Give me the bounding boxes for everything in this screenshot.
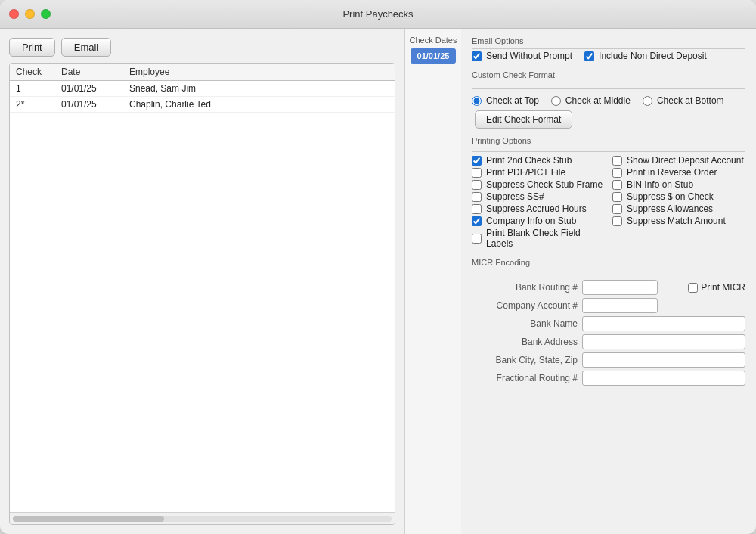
suppress-check-stub-frame-checkbox[interactable] xyxy=(472,180,482,190)
bank-city-state-zip-input[interactable] xyxy=(582,352,745,368)
printing-options-section: Printing Options Print 2nd Check Stub Pr… xyxy=(472,136,745,250)
company-account-label: Company Account # xyxy=(472,300,578,311)
company-info-on-stub-row: Company Info on Stub xyxy=(472,216,605,226)
suppress-allowances-label[interactable]: Suppress Allowances xyxy=(627,203,713,214)
suppress-check-stub-frame-label[interactable]: Suppress Check Stub Frame xyxy=(486,179,603,190)
company-info-on-stub-checkbox[interactable] xyxy=(472,216,482,226)
suppress-accrued-hours-label[interactable]: Suppress Accrued Hours xyxy=(486,203,587,214)
print-2nd-check-stub-checkbox[interactable] xyxy=(472,156,482,166)
custom-check-format-section: Custom Check Format Check at Top Check a… xyxy=(472,70,745,129)
include-non-direct-deposit-row: Include Non Direct Deposit xyxy=(584,51,707,61)
window-controls xyxy=(9,9,51,19)
suppress-dollar-on-check-label[interactable]: Suppress $ on Check xyxy=(627,191,714,202)
show-direct-deposit-checkbox[interactable] xyxy=(612,156,622,166)
check-at-top-row: Check at Top xyxy=(472,95,539,106)
fractional-routing-input[interactable] xyxy=(582,371,745,386)
bin-info-on-stub-checkbox[interactable] xyxy=(612,180,622,190)
print-pdf-row: Print PDF/PICT File xyxy=(472,167,605,178)
company-info-on-stub-label[interactable]: Company Info on Stub xyxy=(486,216,576,226)
check-at-top-label[interactable]: Check at Top xyxy=(486,95,539,106)
check-at-top-radio[interactable] xyxy=(472,96,482,106)
send-without-prompt-label[interactable]: Send Without Prompt xyxy=(486,51,572,61)
scrollbar-thumb[interactable] xyxy=(13,516,164,522)
suppress-ss-checkbox[interactable] xyxy=(472,192,482,202)
table-header: Check Date Employee xyxy=(10,64,395,81)
maximize-button[interactable] xyxy=(41,9,51,19)
content-area: Print Email Check Date Employee 1 01/01/… xyxy=(0,29,756,534)
micr-fractional-routing-row: Fractional Routing # xyxy=(472,371,745,386)
close-button[interactable] xyxy=(9,9,19,19)
print-button[interactable]: Print xyxy=(9,38,55,57)
check-at-bottom-label[interactable]: Check at Bottom xyxy=(657,95,724,106)
check-at-bottom-row: Check at Bottom xyxy=(643,95,724,106)
print-reverse-order-label[interactable]: Print in Reverse Order xyxy=(627,167,717,178)
toolbar: Print Email xyxy=(9,38,395,57)
bin-info-on-stub-label[interactable]: BIN Info on Stub xyxy=(627,179,693,190)
suppress-match-amount-row: Suppress Match Amount xyxy=(612,216,745,226)
print-pdf-checkbox[interactable] xyxy=(472,168,482,178)
suppress-dollar-on-check-row: Suppress $ on Check xyxy=(612,191,745,202)
printing-options-grid: Print 2nd Check Stub Print PDF/PICT File… xyxy=(472,155,745,250)
micr-bank-address-row: Bank Address xyxy=(472,334,745,349)
show-direct-deposit-label[interactable]: Show Direct Deposit Account xyxy=(627,155,744,166)
micr-bank-name-row: Bank Name xyxy=(472,316,745,331)
suppress-dollar-on-check-checkbox[interactable] xyxy=(612,192,622,202)
divider xyxy=(472,48,745,49)
printing-left-col: Print 2nd Check Stub Print PDF/PICT File… xyxy=(472,155,605,250)
print-micr-label[interactable]: Print MICR xyxy=(701,282,745,293)
print-micr-row: Print MICR xyxy=(688,282,745,293)
include-non-direct-deposit-label[interactable]: Include Non Direct Deposit xyxy=(599,51,707,61)
check-at-bottom-radio[interactable] xyxy=(643,96,652,106)
edit-check-format-button[interactable]: Edit Check Format xyxy=(475,110,572,129)
cell-check: 1 xyxy=(16,83,61,94)
cell-date: 01/01/25 xyxy=(61,83,129,94)
email-button[interactable]: Email xyxy=(61,38,112,57)
left-panel: Print Email Check Date Employee 1 01/01/… xyxy=(0,29,404,534)
email-options-label: Email Options xyxy=(472,36,745,45)
check-dates-panel: Check Dates 01/01/25 xyxy=(404,29,461,534)
send-without-prompt-row: Send Without Prompt xyxy=(472,51,572,61)
radio-group: Check at Top Check at Middle Check at Bo… xyxy=(472,95,745,106)
suppress-allowances-row: Suppress Allowances xyxy=(612,203,745,214)
options-panel: Email Options Send Without Prompt Includ… xyxy=(461,29,756,534)
suppress-allowances-checkbox[interactable] xyxy=(612,204,622,214)
print-pdf-label[interactable]: Print PDF/PICT File xyxy=(486,167,565,178)
check-date-item[interactable]: 01/01/25 xyxy=(411,48,456,64)
bank-routing-input[interactable] xyxy=(582,280,658,295)
table-row[interactable]: 2* 01/01/25 Chaplin, Charlie Ted xyxy=(10,97,395,113)
bank-name-label: Bank Name xyxy=(472,318,578,329)
print-2nd-check-stub-label[interactable]: Print 2nd Check Stub xyxy=(486,155,572,166)
check-at-middle-label[interactable]: Check at Middle xyxy=(565,95,631,106)
suppress-accrued-hours-row: Suppress Accrued Hours xyxy=(472,203,605,214)
company-account-input[interactable] xyxy=(582,298,658,313)
suppress-match-amount-checkbox[interactable] xyxy=(612,216,622,226)
suppress-ss-label[interactable]: Suppress SS# xyxy=(486,191,544,202)
fractional-routing-label: Fractional Routing # xyxy=(472,373,578,383)
divider xyxy=(472,275,745,275)
suppress-accrued-hours-checkbox[interactable] xyxy=(472,204,482,214)
col-employee: Employee xyxy=(129,67,389,77)
print-blank-check-labels-row: Print Blank Check Field Labels xyxy=(472,228,605,249)
cell-check: 2* xyxy=(16,99,61,110)
table-row[interactable]: 1 01/01/25 Snead, Sam Jim xyxy=(10,81,395,97)
check-at-middle-radio[interactable] xyxy=(551,96,561,106)
print-micr-checkbox[interactable] xyxy=(688,283,698,293)
bank-name-input[interactable] xyxy=(582,316,745,331)
titlebar: Print Paychecks xyxy=(0,0,756,29)
minimize-button[interactable] xyxy=(25,9,35,19)
print-2nd-check-stub-row: Print 2nd Check Stub xyxy=(472,155,605,166)
print-blank-check-labels-checkbox[interactable] xyxy=(472,234,482,244)
send-without-prompt-checkbox[interactable] xyxy=(472,51,482,61)
print-reverse-order-checkbox[interactable] xyxy=(612,168,622,178)
email-options-row: Send Without Prompt Include Non Direct D… xyxy=(472,51,745,63)
micr-bank-routing-row: Bank Routing # Print MICR xyxy=(472,280,745,295)
custom-check-format-label: Custom Check Format xyxy=(472,70,745,79)
email-options-section: Email Options Send Without Prompt Includ… xyxy=(472,36,745,63)
suppress-check-stub-frame-row: Suppress Check Stub Frame xyxy=(472,179,605,190)
print-blank-check-labels-label[interactable]: Print Blank Check Field Labels xyxy=(486,228,605,249)
suppress-match-amount-label[interactable]: Suppress Match Amount xyxy=(627,216,726,226)
include-non-direct-deposit-checkbox[interactable] xyxy=(584,51,594,61)
cell-employee: Snead, Sam Jim xyxy=(129,83,389,94)
bank-address-input[interactable] xyxy=(582,334,745,349)
scrollbar[interactable] xyxy=(10,512,395,524)
